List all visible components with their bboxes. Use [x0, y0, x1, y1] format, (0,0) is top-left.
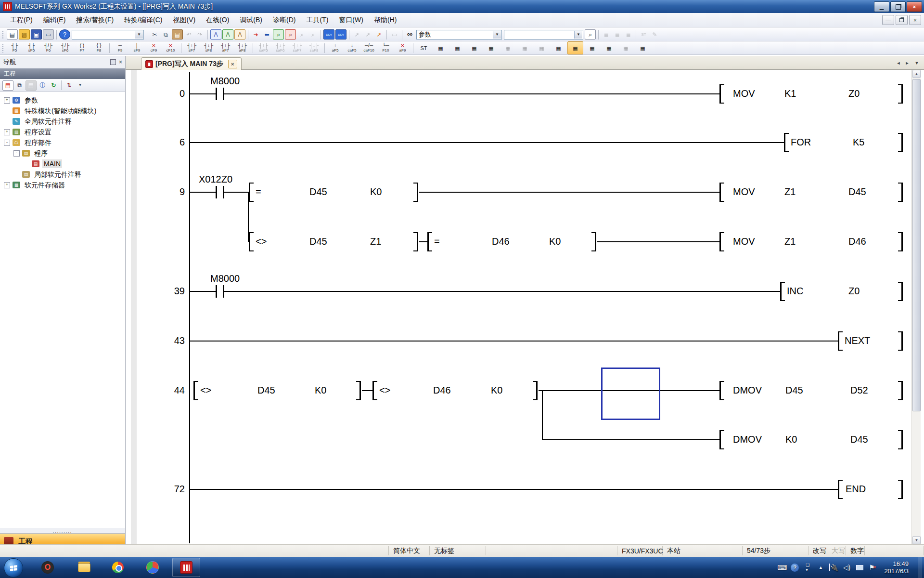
open-icon[interactable]: ▨ — [19, 29, 30, 39]
combo-dropdown-icon[interactable]: ▼ — [574, 31, 582, 39]
ladder-tool-caF5[interactable]: ↓caF5 — [344, 41, 360, 54]
ladder-tool-sF9[interactable]: │sF9 — [129, 41, 145, 54]
ladder-tool-F5[interactable]: ┤├F5 — [7, 41, 23, 54]
keyboard-icon[interactable]: ⌨ — [778, 564, 786, 571]
ladder-edit-cursor[interactable] — [601, 368, 660, 420]
ladder-tool-aF5[interactable]: ↑aF5 — [327, 41, 343, 54]
tree-expander-icon[interactable]: + — [4, 182, 10, 188]
tab-scroll-left-icon[interactable]: ◄ — [894, 59, 903, 67]
mdi-restore-button[interactable] — [896, 15, 908, 25]
nav-info-icon[interactable]: ⓘ — [38, 81, 48, 90]
find-doc-icon[interactable]: ⌕ — [585, 29, 596, 39]
write-mode-icon[interactable]: ▦ — [567, 41, 583, 54]
menu-item-2[interactable]: 搜索/替换(F) — [71, 14, 119, 26]
action-center-icon[interactable]: ⚑✕ — [868, 564, 877, 571]
menu-item-1[interactable]: 编辑(E) — [38, 14, 71, 26]
minimize-button[interactable]: ▁ — [874, 1, 889, 12]
ladder-tool-F6[interactable]: ┤/├F6 — [40, 41, 56, 54]
toolbar-combo-参数[interactable]: 参数▼ — [416, 30, 502, 39]
ladder-editor-canvas[interactable] — [126, 70, 911, 544]
print-icon[interactable]: ▭ — [43, 29, 54, 39]
menu-item-4[interactable]: 视图(V) — [167, 14, 201, 26]
tree-expander-icon[interactable]: - — [4, 140, 10, 146]
monitor-stop-icon[interactable]: ⌕ — [285, 29, 296, 39]
tree-item-程序设置[interactable]: +▤程序设置 — [0, 127, 125, 137]
scroll-down-icon[interactable]: ▼ — [912, 536, 921, 544]
ladder-tool-sF8[interactable]: ┤↓├sF8 — [201, 41, 217, 54]
scrollbar-thumb[interactable] — [912, 79, 921, 411]
inline-st-box-icon[interactable]: ST — [416, 41, 432, 54]
mdi-minimize-button[interactable]: — — [882, 15, 894, 25]
vertical-scrollbar[interactable]: ▲ ▼ — [911, 70, 921, 544]
help-icon[interactable]: ? — [59, 29, 70, 39]
tree-item-程序[interactable]: -▤程序 — [0, 148, 125, 158]
ladder-tool-aF7[interactable]: ┤↑├aF7 — [218, 41, 233, 54]
ladder-tool-aF9[interactable]: ✕aF9 — [395, 41, 411, 54]
edit-ladder-icon[interactable]: ▦ — [433, 41, 449, 54]
ladder-edit-icon[interactable]: ▦ — [551, 41, 566, 54]
device-label-icon[interactable]: A — [234, 29, 245, 39]
pin-icon[interactable] — [110, 59, 116, 65]
jump-orange-icon[interactable]: ➚ — [374, 30, 384, 39]
monitor-start-icon[interactable]: ⌕ — [273, 29, 284, 39]
chrome-icon[interactable] — [104, 558, 132, 577]
ladder-tool-cF10[interactable]: ✕cF10 — [163, 41, 179, 54]
ladder-tool-sF5[interactable]: ┤├sF5 — [24, 41, 39, 54]
toolbar-combo[interactable]: ▼ — [72, 30, 144, 39]
tree-expander-icon[interactable]: - — [13, 150, 20, 157]
dev-batch-icon[interactable]: DEV — [335, 29, 346, 39]
restore-button[interactable] — [890, 1, 906, 12]
network-icon[interactable] — [855, 565, 864, 570]
nav-refresh-icon[interactable]: ↻ — [49, 81, 59, 90]
ladder-tool-F7[interactable]: ( )F7 — [74, 41, 90, 54]
find-icon[interactable]: oo — [405, 30, 415, 39]
ladder-tool-F10[interactable]: └─F10 — [378, 41, 394, 54]
show-hidden-icons[interactable]: ▲ — [816, 565, 825, 570]
ladder-tool-cF9[interactable]: ✕cF9 — [146, 41, 162, 54]
monitor-write-icon[interactable]: ▦ — [601, 41, 617, 54]
edit-comment-icon[interactable]: ▦ — [449, 41, 465, 54]
nav-sort-arrow[interactable]: ▾ — [75, 81, 85, 90]
tree-item-参数[interactable]: +⚙参数 — [0, 95, 125, 105]
ladder-tool-F8[interactable]: { }F8 — [91, 41, 107, 54]
tree-item-MAIN[interactable]: ▤MAIN — [0, 158, 125, 169]
device-comment-icon[interactable]: A — [210, 29, 221, 39]
zoom-time-icon[interactable]: ▦ — [635, 41, 651, 54]
save-icon[interactable]: ▣ — [31, 29, 42, 39]
monitor-mode-icon[interactable]: ▦ — [584, 41, 600, 54]
nav-new-icon[interactable]: ▤ — [2, 80, 13, 91]
menu-item-0[interactable]: 工程(P) — [5, 14, 38, 26]
battery-icon[interactable]: 🔌 — [829, 564, 838, 571]
ladder-tool-F9[interactable]: ─F9 — [112, 41, 128, 54]
scroll-up-icon[interactable]: ▲ — [912, 70, 921, 78]
nav-copy-icon[interactable]: ⧉ — [14, 81, 25, 90]
tree-expander-icon[interactable]: + — [4, 97, 10, 104]
menu-item-9[interactable]: 窗口(W) — [334, 14, 369, 26]
dev-display-icon[interactable]: DEV — [323, 29, 334, 39]
opera-icon[interactable]: O — [34, 558, 62, 577]
combo-dropdown-icon[interactable]: ▼ — [135, 31, 143, 39]
tree-expander-icon[interactable]: + — [4, 129, 10, 135]
gx-works2-taskbar-icon[interactable] — [172, 558, 200, 577]
device-memory-icon[interactable]: A — [222, 29, 233, 39]
show-desktop-button[interactable] — [918, 557, 922, 578]
tree-item-全局软元件注释[interactable]: ✎全局软元件注释 — [0, 116, 125, 127]
ime-help-icon[interactable]: ? — [791, 564, 799, 572]
write-plc-icon[interactable]: ➜ — [251, 30, 261, 39]
menu-item-5[interactable]: 在线(O) — [201, 14, 234, 26]
tree-item-局部软元件注释[interactable]: ▤局部软元件注释 — [0, 169, 125, 180]
nav-sort-icon[interactable]: ⇅ — [64, 81, 74, 90]
combo-dropdown-icon[interactable]: ▼ — [493, 31, 501, 39]
new-icon[interactable]: ▤ — [7, 29, 18, 39]
restore-small-icon[interactable]: ❏▾ — [803, 563, 812, 572]
cut-icon[interactable]: ✂ — [150, 30, 160, 39]
taskbar-clock[interactable]: 16:49 2017/6/3 — [884, 560, 909, 575]
tree-item-程序部件[interactable]: -🗀程序部件 — [0, 137, 125, 148]
tab-scroll-right-icon[interactable]: ► — [903, 59, 911, 67]
tab-list-icon[interactable]: ▼ — [912, 59, 921, 67]
read-plc-icon[interactable]: ⬅ — [262, 30, 272, 39]
menu-item-6[interactable]: 调试(B) — [234, 14, 268, 26]
edit-note-icon[interactable]: ▦ — [483, 41, 499, 54]
mdi-close-button[interactable]: × — [909, 15, 921, 25]
browser-ball-icon[interactable] — [139, 558, 167, 577]
